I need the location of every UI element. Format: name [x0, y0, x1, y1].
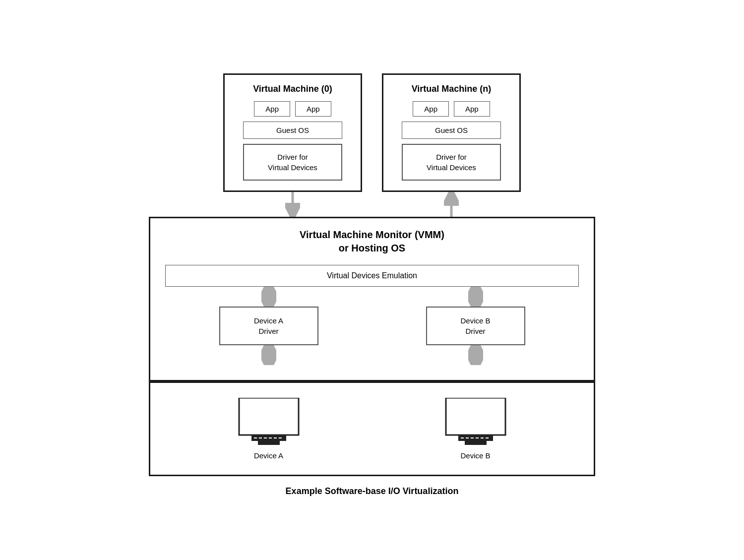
vm-to-vmm-arrows: [149, 192, 595, 217]
vde-bar: Virtual Devices Emulation: [165, 265, 579, 287]
svg-rect-12: [465, 441, 487, 445]
vmm-driver-row: Device ADriver Device BDriver: [165, 307, 579, 345]
vm-row: Virtual Machine (0) App App Guest OS Dri…: [149, 73, 595, 192]
vm-box-0: Virtual Machine (0) App App Guest OS Dri…: [223, 73, 362, 192]
vmn-app0: App: [413, 101, 449, 117]
vmn-title: Virtual Machine (n): [412, 84, 492, 94]
driver-a-box: Device ADriver: [219, 307, 318, 345]
vm0-app-row: App App: [254, 101, 331, 117]
vm0-guestos: Guest OS: [243, 122, 342, 139]
vm-box-n: Virtual Machine (n) App App Guest OS Dri…: [382, 73, 521, 192]
arrow-slot-0: [223, 192, 362, 217]
arrow-driverB-hwB: [426, 345, 525, 365]
vmn-driver: Driver forVirtual Devices: [402, 144, 501, 181]
vm0-app1: App: [295, 101, 331, 117]
device-a-slot: Device A: [237, 398, 301, 460]
vmn-app1: App: [454, 101, 490, 117]
vmm-content: Virtual Machine Monitor (VMM)or Hosting …: [165, 228, 579, 365]
vmm-title: Virtual Machine Monitor (VMM)or Hosting …: [300, 228, 444, 255]
vm0-app0: App: [254, 101, 290, 117]
device-b-label: Device B: [460, 451, 490, 460]
driver-b-box: Device BDriver: [426, 307, 525, 345]
vmn-guestos: Guest OS: [402, 122, 501, 139]
hw-row: Device A Device B: [149, 381, 595, 476]
vm0-driver: Driver forVirtual Devices: [243, 144, 342, 181]
device-b-icon: [443, 398, 508, 447]
device-a-icon: [237, 398, 301, 447]
arrow-down-vm0: [285, 192, 300, 217]
drivers-to-hw-arrows: [165, 345, 579, 365]
diagram-caption: Example Software-base I/O Virtualization: [286, 486, 459, 497]
diagram-container: Virtual Machine (0) App App Guest OS Dri…: [149, 54, 595, 506]
arrow-up-vmn: [444, 192, 459, 217]
svg-rect-10: [446, 398, 505, 435]
svg-rect-6: [239, 398, 299, 435]
arrow-vde-driverA: [219, 287, 318, 307]
vde-to-drivers-arrows: [165, 287, 579, 307]
arrow-driverA-hwA: [219, 345, 318, 365]
vmm-box: Virtual Machine Monitor (VMM)or Hosting …: [149, 217, 595, 381]
vm0-title: Virtual Machine (0): [253, 84, 332, 94]
arrow-slot-n: [382, 192, 521, 217]
arrow-vde-driverB: [426, 287, 525, 307]
vmn-app-row: App App: [413, 101, 490, 117]
device-a-label: Device A: [254, 451, 283, 460]
device-b-slot: Device B: [443, 398, 508, 460]
svg-rect-8: [258, 441, 280, 445]
